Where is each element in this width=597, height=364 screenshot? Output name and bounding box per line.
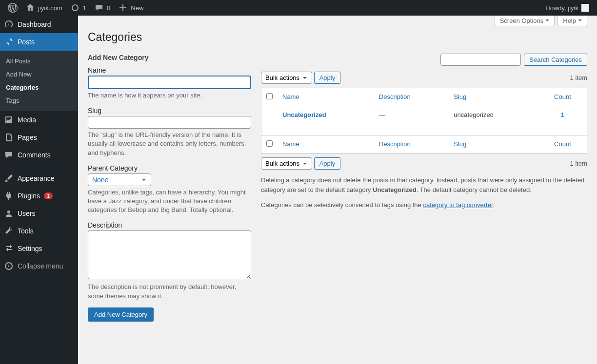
menu-collapse[interactable]: Collapse menu [0,257,78,275]
settings-icon [4,244,14,253]
apply-top-button[interactable]: Apply [314,72,341,84]
posts-submenu: All Posts Add New Categories Tags [0,51,78,111]
brush-icon [4,173,14,183]
dashboard-icon [4,19,14,29]
delete-note: Deleting a category does not delete the … [261,175,587,194]
updates-link[interactable]: 1 [66,0,90,16]
updates-count: 1 [83,4,86,12]
select-all-bottom[interactable] [266,140,273,147]
help-button[interactable]: Help [557,16,587,26]
content-area: Screen Options Help Categories Add New C… [78,16,597,364]
media-icon [4,115,14,125]
home-icon [25,3,35,13]
convert-note: Categories can be selectively converted … [261,200,587,210]
submenu-all-posts[interactable]: All Posts [0,55,78,68]
wordpress-icon [8,3,18,13]
submit-button[interactable]: Add New Category [88,307,154,322]
menu-media[interactable]: Media [0,111,78,129]
plug-icon [4,191,14,201]
col-description[interactable]: Description [379,93,411,100]
chevron-down-icon [545,19,549,23]
apply-bottom-button[interactable]: Apply [314,157,341,170]
page-icon [4,133,14,142]
chevron-down-icon [578,19,582,23]
howdy-text: Howdy, jiyik [545,4,578,12]
site-name: jiyik.com [38,4,62,12]
col-name-foot[interactable]: Name [282,140,299,148]
new-label: New [131,4,143,12]
parent-select[interactable]: None [88,173,151,186]
menu-appearance[interactable]: Appearance [0,170,78,187]
col-slug-foot[interactable]: Slug [454,140,466,148]
submenu-tags[interactable]: Tags [0,94,78,107]
menu-tools[interactable]: Tools [0,222,78,240]
description-label: Description [88,221,251,229]
row-slug: uncategorized [449,106,538,135]
bulk-actions-bottom[interactable]: Bulk actions [261,157,312,170]
menu-dashboard[interactable]: Dashboard [0,16,78,33]
name-description: The name is how it appears on your site. [88,91,251,100]
menu-comments[interactable]: Comments [0,146,78,164]
description-description: The description is not prominent by defa… [88,283,251,300]
row-count-link[interactable]: 1 [561,111,564,118]
parent-label: Parent Category [88,164,251,172]
col-slug[interactable]: Slug [454,93,466,100]
comments-icon [4,150,14,160]
slug-label: Slug [88,107,251,115]
row-name-link[interactable]: Uncategorized [282,111,326,118]
page-title: Categories [88,26,587,54]
submenu-categories[interactable]: Categories [0,81,78,94]
col-description-foot[interactable]: Description [379,140,411,148]
menu-plugins[interactable]: Plugins 1 [0,187,78,205]
col-count-foot[interactable]: Count [554,140,571,148]
account-link[interactable]: Howdy, jiyik [541,0,593,16]
menu-posts[interactable]: Posts [0,33,78,51]
col-name[interactable]: Name [282,93,299,100]
comments-count: 0 [107,4,110,12]
admin-bar: jiyik.com 1 0 New Howdy, jiyik [0,0,597,16]
bulk-actions-top[interactable]: Bulk actions [261,72,312,84]
category-list-panel: Search Categories Bulk actions Apply 1 i… [261,54,587,322]
name-label: Name [88,66,251,74]
col-count[interactable]: Count [554,93,571,100]
update-icon [70,3,80,13]
search-button[interactable]: Search Categories [524,54,587,66]
pin-icon [4,37,14,47]
new-link[interactable]: New [114,0,147,16]
admin-sidebar: Dashboard Posts All Posts Add New Catego… [0,16,78,364]
user-icon [4,209,14,218]
screen-options-button[interactable]: Screen Options [495,16,555,26]
table-row: Uncategorized — uncategorized 1 [261,106,587,135]
item-count-top: 1 item [570,74,587,81]
wp-logo[interactable] [4,0,21,16]
add-category-form: Add New Category Name The name is how it… [88,54,251,322]
converter-link[interactable]: category to tag converter [423,201,493,209]
name-input[interactable] [88,76,251,89]
description-input[interactable] [88,230,251,279]
comments-link[interactable]: 0 [90,0,114,16]
submenu-add-new[interactable]: Add New [0,68,78,81]
plugins-badge: 1 [44,192,53,199]
menu-pages[interactable]: Pages [0,129,78,146]
slug-input[interactable] [88,116,251,129]
item-count-bottom: 1 item [570,160,587,167]
row-description: — [374,106,449,135]
plus-icon [118,3,128,13]
form-heading: Add New Category [88,54,251,61]
collapse-icon [4,261,14,271]
search-input[interactable] [440,54,521,66]
slug-description: The "slug" is the URL-friendly version o… [88,131,251,157]
comment-icon [94,3,104,13]
select-all-top[interactable] [266,93,273,99]
menu-settings[interactable]: Settings [0,240,78,257]
wrench-icon [4,226,14,236]
avatar [581,4,589,12]
parent-description: Categories, unlike tags, can have a hier… [88,188,251,215]
categories-table: Name Description Slug Count Uncategorize… [261,88,587,153]
site-link[interactable]: jiyik.com [21,0,66,16]
menu-users[interactable]: Users [0,205,78,222]
